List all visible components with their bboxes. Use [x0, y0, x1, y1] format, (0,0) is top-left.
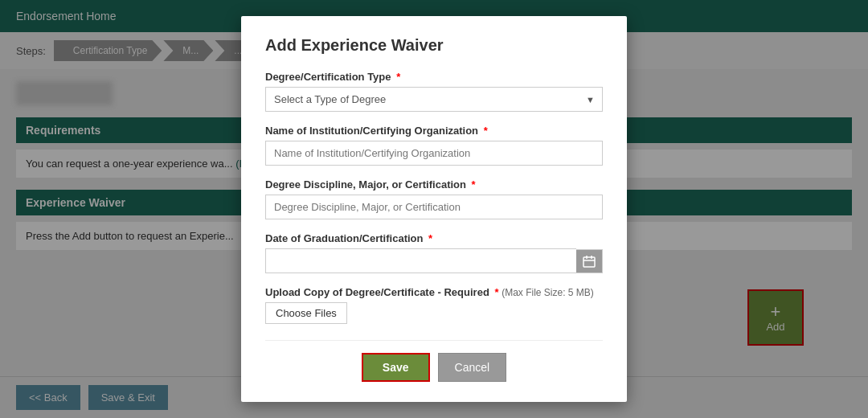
- graduation-date-group: Date of Graduation/Certification *: [265, 232, 603, 273]
- degree-cert-type-label: Degree/Certification Type *: [265, 71, 603, 83]
- degree-cert-type-group: Degree/Certification Type * Select a Typ…: [265, 71, 603, 112]
- required-star-5: *: [494, 286, 498, 298]
- institution-name-label: Name of Institution/Certifying Organizat…: [265, 125, 603, 137]
- date-wrapper: [265, 248, 603, 273]
- degree-discipline-group: Degree Discipline, Major, or Certificati…: [265, 178, 603, 219]
- degree-cert-type-select[interactable]: Select a Type of Degree: [265, 87, 603, 112]
- graduation-date-input[interactable]: [265, 248, 576, 273]
- upload-copy-group: Upload Copy of Degree/Certificate - Requ…: [265, 286, 603, 324]
- experience-waiver-modal: Add Experience Waiver Degree/Certificati…: [241, 16, 627, 402]
- institution-name-input[interactable]: [265, 141, 603, 166]
- required-star-4: *: [428, 232, 432, 244]
- required-star-1: *: [396, 71, 400, 83]
- institution-name-group: Name of Institution/Certifying Organizat…: [265, 125, 603, 166]
- calendar-icon: [583, 255, 596, 268]
- calendar-icon-button[interactable]: [576, 249, 603, 273]
- svg-rect-0: [583, 257, 595, 267]
- modal-title: Add Experience Waiver: [265, 36, 603, 55]
- required-star-3: *: [472, 178, 476, 191]
- modal-backdrop: Add Experience Waiver Degree/Certificati…: [0, 0, 868, 418]
- required-star-2: *: [484, 125, 488, 137]
- modal-cancel-button[interactable]: Cancel: [438, 353, 507, 382]
- choose-files-button[interactable]: Choose Files: [265, 302, 347, 324]
- degree-cert-type-wrapper: Select a Type of Degree: [265, 87, 603, 112]
- degree-discipline-label: Degree Discipline, Major, or Certificati…: [265, 178, 603, 191]
- degree-discipline-input[interactable]: [265, 195, 603, 219]
- modal-save-button[interactable]: Save: [362, 353, 430, 382]
- modal-footer: Save Cancel: [265, 340, 603, 382]
- graduation-date-label: Date of Graduation/Certification *: [265, 232, 603, 244]
- upload-label: Upload Copy of Degree/Certificate - Requ…: [265, 286, 603, 298]
- upload-note: (Max File Size: 5 MB): [502, 287, 594, 298]
